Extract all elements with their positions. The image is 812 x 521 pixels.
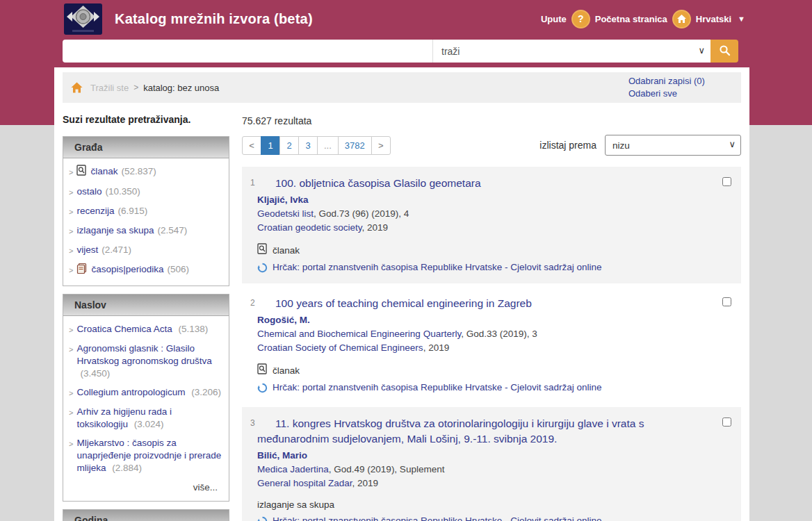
facet-count: (3.206): [191, 387, 221, 397]
library-logo[interactable]: [64, 3, 102, 35]
home-link[interactable]: Početna stranica: [595, 14, 667, 24]
result-row: 1 100. obljetnica časopisa Glasilo geome…: [242, 167, 741, 283]
facet-more-link[interactable]: više...: [67, 481, 223, 494]
facet-count: (506): [168, 263, 190, 276]
result-number: 3: [250, 418, 255, 428]
main-area: Suzi rezultate pretraživanja. Građa > čl…: [63, 114, 741, 521]
result-author-link[interactable]: Bilić, Mario: [257, 449, 695, 463]
pagination-page-last[interactable]: 3782: [338, 136, 372, 155]
facet-count: (5.138): [179, 324, 209, 334]
article-icon: [257, 243, 268, 258]
search-bar: traži ∨: [63, 40, 738, 63]
result-title-link[interactable]: 100. obljetnica časopisa Glasilo geometa…: [257, 176, 695, 191]
sort-controls: izlistaj prema nizu ∨: [539, 135, 741, 156]
help-icon[interactable]: ?: [571, 10, 590, 28]
facet-link[interactable]: Collegium antropologicum: [76, 387, 185, 397]
facet-link[interactable]: Croatica Chemica Acta: [76, 324, 172, 334]
result-source: Chemical and Biochemical Engineering Qua…: [257, 327, 695, 341]
result-type: članak: [257, 243, 695, 258]
language-selector[interactable]: Hrvatski: [696, 14, 731, 24]
breadcrumb-separator: >: [133, 83, 138, 92]
result-access: Hrčak: portal znanstvenih časopisa Repub…: [257, 515, 695, 521]
pagination-next[interactable]: >: [371, 136, 391, 155]
result-publisher: Croatian Society of Chemical Engineers, …: [257, 341, 695, 355]
content-column: Tražili ste > katalog: bez unosa Odabran…: [54, 67, 749, 521]
result-type: izlaganje sa skupa: [257, 499, 695, 511]
facet-count: (3.024): [134, 419, 164, 429]
facet-link[interactable]: recenzija: [76, 205, 114, 217]
source-link[interactable]: Geodetski list: [257, 208, 314, 219]
chevron-right-icon: >: [69, 166, 73, 179]
pagination-page-1[interactable]: 1: [261, 136, 280, 155]
result-title-link[interactable]: 11. kongres Hrvatskog društva za otorino…: [257, 416, 695, 447]
breadcrumb-past-label[interactable]: Tražili ste: [90, 83, 129, 93]
facet-item-izlaganje: > izlaganje sa skupa (2.547): [67, 224, 223, 238]
result-access: Hrčak: portal znanstvenih časopisa Repub…: [257, 261, 695, 274]
result-checkbox[interactable]: [722, 417, 731, 427]
result-number: 1: [250, 178, 255, 188]
facet-grada: Građa > članak (52.837) > ostalo (10.350…: [63, 136, 229, 286]
result-title-link[interactable]: 100 years of teaching chemical engineeri…: [257, 296, 695, 311]
results-controls: < 1 2 3 ... 3782 > izlistaj prema nizu ∨: [242, 135, 741, 156]
facet-godina: Godina > 2020 (702) > 2019 (2.710) > 201: [63, 509, 229, 521]
source-link[interactable]: Chemical and Biochemical Engineering Qua…: [257, 329, 461, 339]
hrcak-icon: [257, 383, 268, 393]
facet-link[interactable]: izlaganje sa skupa: [76, 224, 154, 237]
result-author-link[interactable]: Kljajić, Ivka: [257, 193, 695, 207]
publisher-link[interactable]: General hospital Zadar: [257, 478, 352, 488]
search-field-select[interactable]: traži: [433, 40, 710, 63]
facet-naslov: Naslov > Croatica Chemica Acta (5.138) >…: [63, 294, 229, 502]
pagination-prev[interactable]: <: [242, 136, 261, 155]
page-title: Katalog mrežnih izvora (beta): [115, 11, 313, 27]
result-author-link[interactable]: Rogošić, M.: [257, 313, 695, 327]
facet-link[interactable]: Agronomski glasnik : Glasilo Hrvatskog a…: [76, 343, 211, 366]
facet-sidebar: Suzi rezultate pretraživanja. Građa > čl…: [63, 114, 229, 521]
facet-count: (6.915): [117, 205, 147, 217]
facet-link[interactable]: članak: [90, 165, 117, 178]
pagination: < 1 2 3 ... 3782 >: [242, 136, 391, 155]
facet-count: (10.350): [105, 185, 140, 198]
pagination-page-3[interactable]: 3: [298, 136, 318, 155]
facet-count: (2.547): [158, 224, 188, 237]
publisher-link[interactable]: Croatian geodetic society: [257, 222, 362, 233]
article-icon: [257, 363, 268, 378]
search-button[interactable]: [710, 40, 738, 63]
access-link[interactable]: Hrčak: portal znanstvenih časopisa Repub…: [273, 515, 601, 521]
facet-item-agronomski: > Agronomski glasnik : Glasilo Hrvatskog…: [67, 342, 223, 380]
publisher-link[interactable]: Croatian Society of Chemical Engineers: [257, 342, 423, 353]
facet-count: (2.884): [112, 463, 142, 473]
facet-item-arhiv: > Arhiv za higijenu rada i toksikologiju…: [67, 406, 223, 431]
chevron-right-icon: >: [69, 406, 73, 419]
access-link[interactable]: Hrčak: portal znanstvenih časopisa Repub…: [273, 261, 601, 274]
selected-records-link[interactable]: Odabrani zapisi (0): [628, 75, 705, 88]
help-link[interactable]: Upute: [541, 14, 567, 24]
facet-link[interactable]: ostalo: [76, 185, 102, 198]
result-source: Geodetski list, God.73 (96) (2019), 4: [257, 207, 695, 221]
breadcrumb-home-icon[interactable]: [71, 82, 83, 93]
sort-label: izlistaj prema: [539, 140, 596, 151]
pagination-page-2[interactable]: 2: [279, 136, 299, 155]
results-count: 75.627 rezultata: [242, 115, 741, 126]
select-all-link[interactable]: Odaberi sve: [628, 88, 677, 100]
result-checkbox[interactable]: [722, 177, 731, 186]
source-link[interactable]: Medica Jadertina: [257, 464, 329, 474]
result-checkbox[interactable]: [722, 297, 731, 306]
header: Katalog mrežnih izvora (beta) Upute ? Po…: [54, 0, 749, 38]
result-type: članak: [257, 363, 695, 378]
pagination-ellipsis: ...: [317, 136, 339, 155]
facet-link[interactable]: vijest: [76, 244, 98, 256]
facet-link[interactable]: časopis|periodika: [91, 263, 163, 276]
article-icon: [76, 165, 87, 179]
facet-item-clanak: > članak (52.837): [67, 165, 223, 179]
search-icon: [719, 44, 731, 58]
access-link[interactable]: Hrčak: portal znanstvenih časopisa Repub…: [273, 381, 601, 394]
chevron-right-icon: >: [69, 343, 73, 356]
search-field-select-wrap: traži ∨: [432, 40, 710, 63]
sidebar-title: Suzi rezultate pretraživanja.: [63, 114, 229, 125]
sort-select[interactable]: nizu: [605, 135, 741, 156]
home-icon[interactable]: [672, 10, 691, 28]
facet-link[interactable]: Mljekarstvo : časopis za unaprjeđenje pr…: [76, 438, 221, 473]
facet-item-croatica: > Croatica Chemica Acta (5.138): [67, 323, 223, 336]
breadcrumb-current: katalog: bez unosa: [143, 83, 219, 93]
search-input[interactable]: [63, 40, 432, 63]
